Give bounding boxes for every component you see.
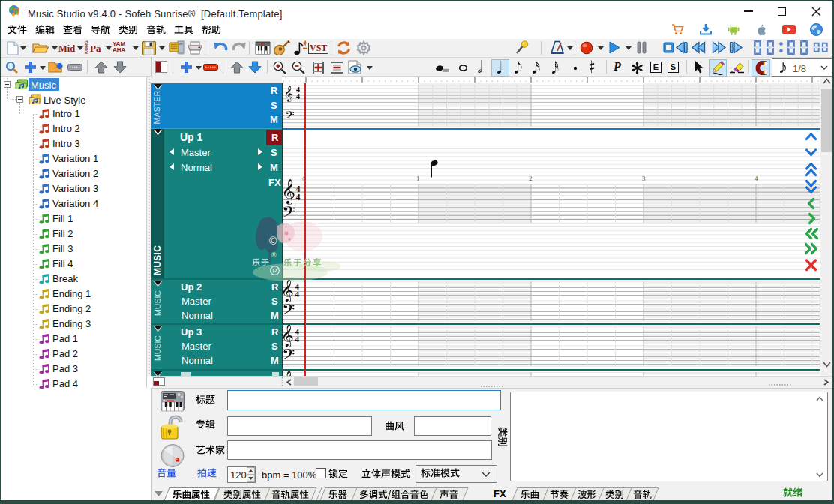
svg-text:P: P — [272, 267, 277, 274]
